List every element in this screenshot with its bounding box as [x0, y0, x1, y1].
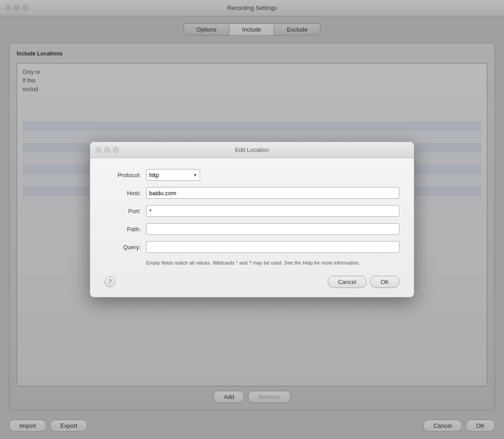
query-input[interactable]: [146, 241, 399, 253]
modal-body: Protocol: http https ftp any ▼ Host:: [90, 158, 414, 297]
modal-title: Edit Location: [235, 146, 269, 153]
modal-traffic-lights: [96, 147, 119, 153]
modal-title-bar: Edit Location: [90, 142, 414, 158]
protocol-select-wrapper: http https ftp any ▼: [146, 169, 200, 181]
path-label: Path:: [105, 226, 141, 233]
host-input[interactable]: [146, 187, 399, 199]
port-input[interactable]: [146, 205, 399, 217]
modal-cancel-button[interactable]: Cancel: [328, 276, 367, 288]
query-row: Query:: [105, 241, 399, 253]
modal-zoom-button[interactable]: [113, 147, 119, 153]
port-label: Port:: [105, 208, 141, 215]
modal-overlay: Edit Location Protocol: http https ftp a…: [0, 0, 504, 439]
edit-location-modal: Edit Location Protocol: http https ftp a…: [90, 142, 414, 297]
protocol-select[interactable]: http https ftp any: [146, 169, 200, 181]
path-input[interactable]: [146, 223, 399, 235]
query-label: Query:: [105, 244, 141, 251]
modal-action-buttons: Cancel OK: [328, 276, 399, 288]
modal-minimize-button[interactable]: [104, 147, 110, 153]
protocol-label: Protocol:: [105, 172, 141, 178]
path-row: Path:: [105, 223, 399, 235]
port-row: Port:: [105, 205, 399, 217]
host-label: Host:: [105, 190, 141, 197]
protocol-row: Protocol: http https ftp any ▼: [105, 169, 399, 181]
modal-buttons: ? Cancel OK: [105, 276, 399, 288]
modal-close-button[interactable]: [96, 147, 101, 153]
modal-ok-button[interactable]: OK: [370, 276, 399, 288]
help-button[interactable]: ?: [105, 276, 115, 287]
hint-text: Empty fields match all values. Wildcards…: [146, 259, 399, 267]
host-row: Host:: [105, 187, 399, 199]
